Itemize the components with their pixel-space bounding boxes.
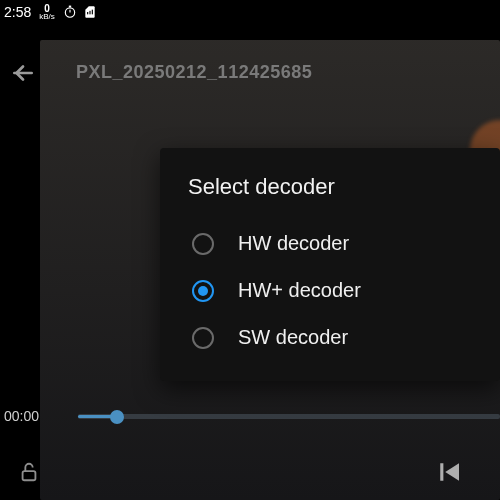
decoder-dialog: Select decoder HW decoderHW+ decoderSW d…: [160, 148, 500, 381]
svg-rect-8: [440, 463, 443, 481]
decoder-option-0[interactable]: HW decoder: [188, 220, 472, 267]
seek-bar[interactable]: [78, 414, 500, 419]
sd-card-icon: [83, 5, 97, 19]
seek-thumb[interactable]: [110, 410, 124, 424]
svg-rect-3: [87, 12, 88, 14]
svg-point-0: [65, 8, 74, 17]
back-button[interactable]: [10, 60, 36, 90]
dialog-title: Select decoder: [188, 174, 472, 200]
svg-rect-5: [92, 10, 93, 15]
radio-icon: [192, 233, 214, 255]
decoder-option-2[interactable]: SW decoder: [188, 314, 472, 361]
current-time-label: 00:00: [4, 408, 39, 424]
lock-button[interactable]: [18, 461, 40, 487]
svg-rect-7: [23, 471, 36, 480]
svg-rect-4: [89, 11, 90, 14]
status-time: 2:58: [4, 4, 31, 20]
seek-bar-fill: [78, 415, 114, 418]
radio-icon: [192, 327, 214, 349]
decoder-option-label: SW decoder: [238, 326, 348, 349]
previous-track-button[interactable]: [434, 457, 464, 491]
video-title: PXL_20250212_112425685: [76, 62, 312, 83]
decoder-option-label: HW+ decoder: [238, 279, 361, 302]
network-speed: 0 kB/s: [39, 4, 55, 20]
svg-rect-1: [69, 6, 71, 8]
decoder-option-label: HW decoder: [238, 232, 349, 255]
status-bar: 2:58 0 kB/s: [0, 0, 500, 24]
decoder-option-1[interactable]: HW+ decoder: [188, 267, 472, 314]
controls-bar: [0, 448, 500, 500]
radio-icon: [192, 280, 214, 302]
stopwatch-icon: [63, 5, 77, 19]
